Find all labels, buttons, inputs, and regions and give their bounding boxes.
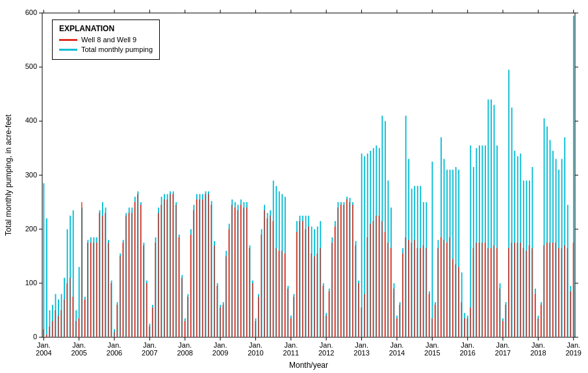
legend-title: EXPLANATION — [59, 24, 153, 33]
legend-item-total: Total monthly pumping — [59, 45, 153, 53]
legend-label-well: Well 8 and Well 9 — [81, 36, 136, 44]
legend-line-well — [59, 39, 77, 41]
legend-box: EXPLANATION Well 8 and Well 9 Total mont… — [52, 19, 160, 60]
chart-container: EXPLANATION Well 8 and Well 9 Total mont… — [0, 0, 588, 373]
legend-line-total — [59, 49, 77, 51]
legend-label-total: Total monthly pumping — [81, 45, 153, 53]
legend-item-well: Well 8 and Well 9 — [59, 36, 153, 44]
